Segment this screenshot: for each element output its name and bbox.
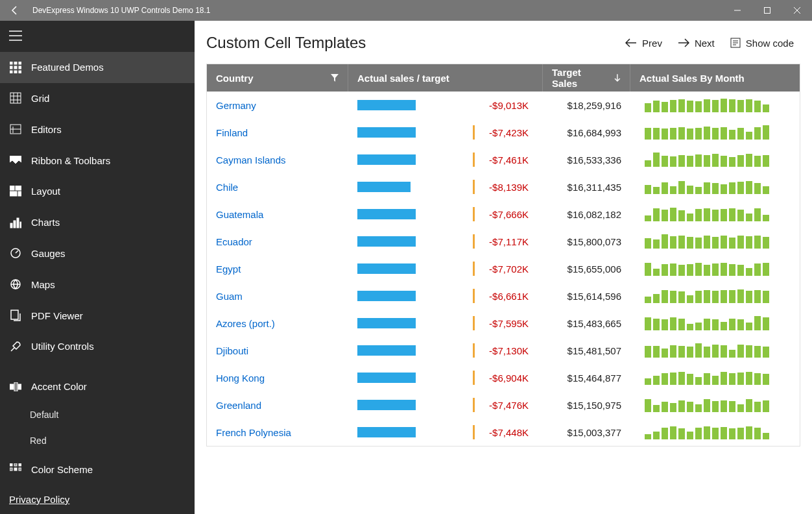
table-row[interactable]: Guam-$6,661K$15,614,596 xyxy=(207,282,800,310)
sidebar-item-ribbon[interactable]: Ribbon & Toolbars xyxy=(0,145,195,176)
column-header-actual[interactable]: Actual sales / target xyxy=(348,64,543,92)
progress-bar xyxy=(357,100,416,110)
prev-button[interactable]: Prev xyxy=(625,38,662,49)
sidebar-item-utility[interactable]: Utility Controls xyxy=(0,331,195,362)
grid-body: Germany-$9,013K$18,259,916Finland-$7,423… xyxy=(207,92,800,446)
sidebar-item-label: Accent Color xyxy=(31,381,87,392)
sparkline xyxy=(645,207,769,221)
accent-option-default[interactable]: Default xyxy=(0,402,195,428)
cell-actual: -$7,423K xyxy=(348,119,543,146)
cell-country[interactable]: French Polynesia xyxy=(207,419,348,446)
cell-country[interactable]: Guam xyxy=(207,282,348,310)
window-title: DevExpress Windows 10 UWP Controls Demo … xyxy=(30,6,722,15)
sidebar-item-grid[interactable]: Grid xyxy=(0,83,195,114)
sidebar-item-maps[interactable]: Maps xyxy=(0,269,195,300)
svg-rect-28 xyxy=(19,463,21,466)
target-marker xyxy=(473,180,475,194)
progress-bar xyxy=(357,318,416,328)
sidebar-color-scheme[interactable]: Color Scheme xyxy=(0,454,195,485)
diff-value: -$7,117K xyxy=(483,236,529,247)
table-row[interactable]: Germany-$9,013K$18,259,916 xyxy=(207,92,800,119)
close-button[interactable] xyxy=(782,0,812,21)
column-header-sparkline[interactable]: Actual Sales By Month xyxy=(630,64,800,92)
sidebar-item-gauges[interactable]: Gauges xyxy=(0,238,195,269)
cell-sparkline xyxy=(630,173,800,201)
cell-country[interactable]: Germany xyxy=(207,92,348,119)
cell-country[interactable]: Greenland xyxy=(207,391,348,419)
svg-rect-26 xyxy=(10,463,12,466)
cell-country[interactable]: Guatemala xyxy=(207,201,348,228)
accent-option-red[interactable]: Red xyxy=(0,428,195,454)
svg-rect-1 xyxy=(10,62,12,64)
privacy-policy-link[interactable]: Privacy Policy xyxy=(0,485,195,514)
column-header-country[interactable]: Country xyxy=(207,64,348,92)
sparkline xyxy=(645,262,769,276)
palette-icon xyxy=(9,380,22,393)
table-row[interactable]: Cayman Islands-$7,461K$16,533,336 xyxy=(207,146,800,173)
table-row[interactable]: French Polynesia-$7,448K$15,003,377 xyxy=(207,419,800,446)
progress-bar xyxy=(357,127,416,138)
cell-target: $15,483,665 xyxy=(543,310,630,337)
diff-value: -$7,448K xyxy=(483,427,529,438)
sidebar-item-charts[interactable]: Charts xyxy=(0,207,195,238)
cell-country[interactable]: Chile xyxy=(207,173,348,201)
cell-country[interactable]: Egypt xyxy=(207,255,348,282)
table-row[interactable]: Greenland-$7,476K$15,150,975 xyxy=(207,391,800,419)
back-button[interactable] xyxy=(0,0,30,21)
svg-rect-27 xyxy=(14,463,17,466)
table-row[interactable]: Finland-$7,423K$16,684,993 xyxy=(207,119,800,146)
diff-value: -$7,130K xyxy=(483,345,529,356)
diff-value: -$7,476K xyxy=(483,400,529,411)
progress-bar xyxy=(357,373,416,383)
progress-bar xyxy=(357,182,411,192)
svg-rect-19 xyxy=(20,222,21,228)
cell-target: $16,311,435 xyxy=(543,173,630,201)
layout-icon xyxy=(9,185,22,198)
table-row[interactable]: Egypt-$7,702K$15,655,006 xyxy=(207,255,800,282)
target-marker xyxy=(473,262,475,276)
cell-country[interactable]: Hong Kong xyxy=(207,364,348,391)
table-row[interactable]: Guatemala-$7,666K$16,082,182 xyxy=(207,201,800,228)
progress-bar xyxy=(357,427,416,437)
svg-rect-3 xyxy=(19,62,21,64)
cell-country[interactable]: Ecuador xyxy=(207,228,348,255)
svg-rect-10 xyxy=(10,93,21,103)
table-row[interactable]: Djibouti-$7,130K$15,481,507 xyxy=(207,337,800,364)
cell-target: $15,003,377 xyxy=(543,419,630,446)
cell-country[interactable]: Cayman Islands xyxy=(207,146,348,173)
svg-rect-13 xyxy=(16,186,21,190)
table-row[interactable]: Chile-$8,139K$16,311,435 xyxy=(207,173,800,201)
cell-country[interactable]: Djibouti xyxy=(207,337,348,364)
cell-country[interactable]: Azores (port.) xyxy=(207,310,348,337)
cell-sparkline xyxy=(630,337,800,364)
svg-rect-23 xyxy=(10,384,14,389)
gauges-icon xyxy=(9,247,22,260)
sidebar-item-layout[interactable]: Layout xyxy=(0,176,195,207)
target-marker xyxy=(473,398,475,412)
next-button[interactable]: Next xyxy=(678,38,715,49)
minimize-button[interactable] xyxy=(722,0,752,21)
table-row[interactable]: Hong Kong-$6,904K$15,464,877 xyxy=(207,364,800,391)
sidebar-item-editors[interactable]: Editors xyxy=(0,114,195,145)
maximize-button[interactable] xyxy=(752,0,782,21)
cell-target: $18,259,916 xyxy=(543,92,630,119)
hamburger-button[interactable] xyxy=(0,21,195,52)
cell-sparkline xyxy=(630,310,800,337)
sidebar-item-featured-demos[interactable]: Featured Demos xyxy=(0,52,195,83)
column-header-target[interactable]: Target Sales xyxy=(543,64,630,92)
target-marker xyxy=(473,343,475,358)
maximize-icon xyxy=(763,6,771,14)
sidebar-item-pdf[interactable]: PDF Viewer xyxy=(0,300,195,331)
cell-target: $15,464,877 xyxy=(543,364,630,391)
arrow-left-icon xyxy=(625,38,637,47)
cell-country[interactable]: Finland xyxy=(207,119,348,146)
filter-icon xyxy=(331,74,339,82)
sparkline xyxy=(645,316,769,330)
svg-rect-8 xyxy=(14,71,17,73)
content: Custom Cell Templates Prev Next Show cod… xyxy=(195,21,812,514)
table-row[interactable]: Ecuador-$7,117K$15,800,073 xyxy=(207,228,800,255)
show-code-button[interactable]: Show code xyxy=(730,38,794,49)
sidebar-accent-color[interactable]: Accent Color xyxy=(0,371,195,402)
table-row[interactable]: Azores (port.)-$7,595K$15,483,665 xyxy=(207,310,800,337)
svg-rect-24 xyxy=(14,382,18,391)
